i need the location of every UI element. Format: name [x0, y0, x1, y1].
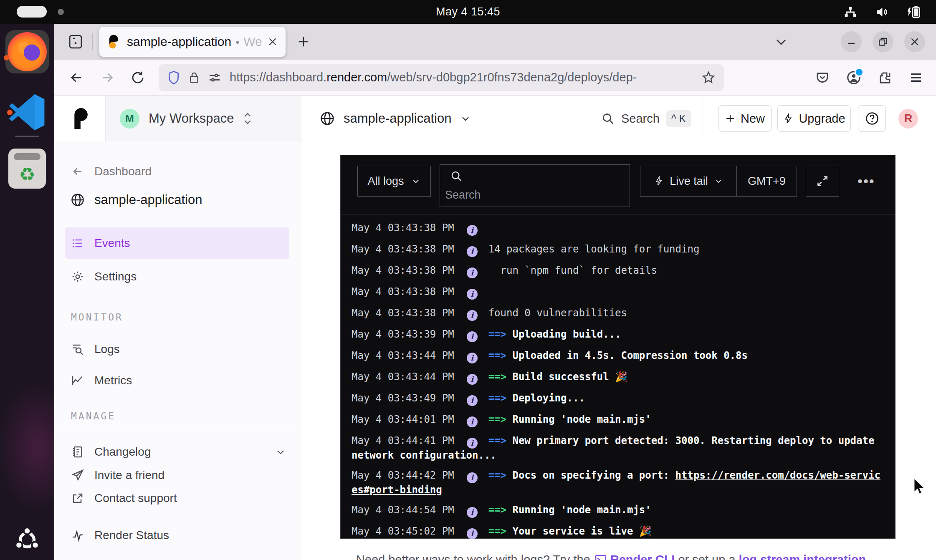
- window-close-icon[interactable]: [904, 31, 925, 52]
- active-tab[interactable]: sample-application•We: [99, 27, 286, 57]
- log-arrow: ==>: [488, 469, 513, 481]
- live-tail-control[interactable]: Live tail GMT+9: [640, 166, 797, 197]
- info-icon[interactable]: i: [467, 353, 478, 363]
- search-shortcut: ^ K: [666, 110, 691, 127]
- info-icon[interactable]: i: [467, 416, 478, 427]
- info-icon[interactable]: i: [467, 310, 478, 321]
- sidebar-item-settings[interactable]: Settings: [54, 263, 301, 290]
- log-timestamp: May 4 03:43:49 PM: [352, 392, 454, 404]
- lock-icon[interactable]: [188, 71, 200, 85]
- sidebar-item-contact-support[interactable]: Contact support: [54, 485, 301, 512]
- info-icon[interactable]: i: [467, 246, 478, 257]
- sidebar: Dashboard sample-application Events Sett…: [54, 141, 302, 560]
- timezone-button[interactable]: GMT+9: [737, 175, 797, 188]
- info-icon[interactable]: i: [467, 225, 478, 236]
- battery-icon[interactable]: [906, 5, 922, 20]
- dock-firefox[interactable]: [5, 30, 49, 73]
- shield-icon[interactable]: [167, 70, 180, 85]
- tab-close-icon[interactable]: [267, 36, 278, 47]
- upgrade-button[interactable]: Upgrade: [777, 105, 851, 132]
- permissions-icon[interactable]: [208, 71, 221, 84]
- sidebar-item-logs[interactable]: Logs: [54, 336, 301, 363]
- service-selector[interactable]: sample-application: [319, 96, 471, 141]
- log-filter-dropdown[interactable]: All logs: [357, 166, 431, 197]
- info-icon[interactable]: i: [467, 507, 478, 518]
- live-tail-dropdown[interactable]: Live tail: [640, 166, 737, 196]
- arrow-left-icon: [70, 165, 85, 178]
- vscode-icon: [8, 93, 46, 131]
- network-icon[interactable]: [843, 5, 858, 19]
- sidebar-back-dashboard[interactable]: Dashboard: [54, 158, 301, 185]
- tabs-chevron-icon[interactable]: [774, 35, 788, 49]
- workspace-selector[interactable]: M My Workspace: [105, 96, 301, 141]
- info-icon[interactable]: i: [467, 528, 478, 539]
- extensions-icon[interactable]: [878, 70, 893, 85]
- menu-icon[interactable]: [908, 70, 923, 85]
- log-row: May 4 03:43:38 PMi run `npm fund` for de…: [352, 264, 882, 278]
- info-icon[interactable]: i: [467, 472, 478, 483]
- dock-ubuntu-launcher[interactable]: [5, 518, 49, 560]
- url-bar[interactable]: https://dashboard.render.com/web/srv-d0b…: [159, 64, 724, 91]
- firefox-view-icon[interactable]: [67, 33, 84, 50]
- restore-icon[interactable]: [873, 31, 893, 52]
- sidebar-section-manage: MANAGE: [71, 411, 116, 421]
- dock-divider: [15, 136, 39, 137]
- cursor: [911, 477, 928, 497]
- log-row: May 4 03:43:38 PMi: [352, 221, 882, 236]
- sidebar-service-title: sample-application: [54, 187, 301, 213]
- info-icon[interactable]: i: [467, 289, 478, 300]
- info-icon[interactable]: i: [467, 438, 478, 449]
- more-options-icon[interactable]: •••: [858, 166, 875, 197]
- header-search[interactable]: Search ^ K: [601, 96, 691, 141]
- info-icon[interactable]: i: [467, 395, 478, 406]
- minimize-icon[interactable]: [841, 31, 862, 52]
- expand-logs-button[interactable]: [806, 166, 839, 197]
- url-text[interactable]: https://dashboard.render.com/web/srv-d0b…: [230, 71, 701, 84]
- sidebar-item-render-status[interactable]: Render Status: [54, 522, 301, 549]
- log-timestamp: May 4 03:43:44 PM: [352, 371, 454, 383]
- new-tab-icon[interactable]: [296, 35, 311, 49]
- log-row: May 4 03:45:02 PMi==> Your service is li…: [352, 525, 882, 539]
- globe-icon: [319, 111, 335, 126]
- volume-icon[interactable]: [874, 5, 889, 20]
- page-content: M My Workspace sample-application Search…: [54, 96, 936, 560]
- info-icon[interactable]: i: [467, 267, 478, 278]
- dock-vscode[interactable]: [5, 91, 49, 134]
- render-cli-link[interactable]: Render CLI: [610, 553, 675, 560]
- pocket-icon[interactable]: [815, 70, 830, 85]
- bolt-icon: [654, 176, 664, 186]
- log-timestamp: May 4 03:43:39 PM: [352, 328, 454, 340]
- log-row: May 4 03:44:42 PMi==> Docs on specifying…: [352, 469, 882, 497]
- help-button[interactable]: [858, 105, 886, 132]
- log-search-input[interactable]: Search: [440, 164, 630, 207]
- changelog-icon: [70, 445, 85, 459]
- new-button[interactable]: New: [718, 105, 772, 132]
- header-divider: [703, 96, 703, 141]
- sidebar-item-events[interactable]: Events: [65, 227, 289, 259]
- sidebar-item-metrics[interactable]: Metrics: [54, 367, 301, 394]
- info-icon[interactable]: i: [467, 374, 478, 385]
- tab-separator: [92, 33, 93, 50]
- forward-icon[interactable]: [99, 70, 115, 86]
- star-icon[interactable]: [701, 71, 716, 85]
- render-logo[interactable]: [72, 107, 93, 130]
- sidebar-item-changelog[interactable]: Changelog: [54, 439, 301, 465]
- info-icon[interactable]: i: [467, 331, 478, 342]
- firefox-icon: [8, 32, 47, 71]
- log-stream-integration-link[interactable]: log stream integration →: [739, 553, 882, 560]
- invite-icon: [70, 469, 85, 482]
- account-icon[interactable]: [846, 70, 862, 86]
- dock-trash[interactable]: ♻: [5, 147, 49, 190]
- external-link-icon: [70, 492, 85, 505]
- system-clock[interactable]: May 4 15:45: [0, 0, 936, 24]
- user-avatar[interactable]: R: [898, 109, 918, 129]
- log-timestamp: May 4 03:44:41 PM: [352, 435, 454, 446]
- back-icon[interactable]: [68, 70, 84, 86]
- workspace-avatar: M: [120, 109, 139, 129]
- ubuntu-icon: [14, 527, 40, 553]
- reload-icon[interactable]: [130, 70, 145, 85]
- search-label: Search: [621, 112, 660, 126]
- log-timestamp: May 4 03:43:44 PM: [352, 350, 454, 361]
- sidebar-divider: [54, 430, 301, 430]
- log-timestamp: May 4 03:43:38 PM: [352, 286, 454, 298]
